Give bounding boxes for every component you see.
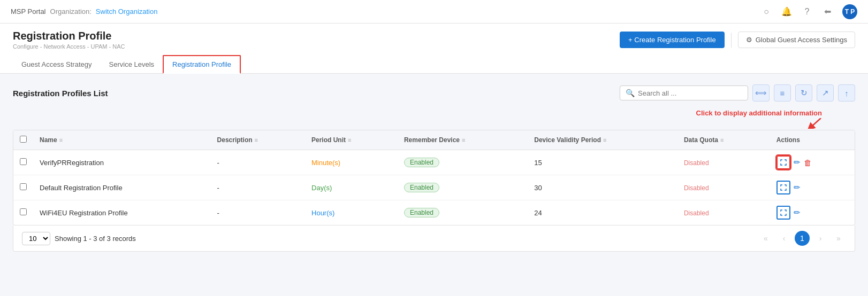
edit-button[interactable]: ✏ [794,183,801,192]
footer-left: 10 25 50 Showing 1 - 3 of 3 records [22,232,136,245]
header-divider [731,33,732,48]
row-remember-device: Enabled [398,200,528,225]
row-checkbox-1[interactable] [20,183,27,190]
row-data-quota: Disabled [677,200,770,225]
app-name: MSP Portal [11,7,46,15]
nav-left: MSP Portal Organization: Switch Organiza… [11,7,157,15]
tab-service-levels-label: Service Levels [109,60,155,68]
col-data-quota: Data Quota ≡ [677,130,770,150]
profiles-table: Name ≡ Description ≡ Period Unit ≡ [13,130,855,225]
row-name: Default Registration Profile [33,175,211,200]
col-period-unit-label: Period Unit [311,136,346,144]
row-checkbox-2[interactable] [20,208,27,215]
page-size-select[interactable]: 10 25 50 [22,232,50,245]
page-header-top: Registration Profile Configure - Network… [13,30,855,50]
edit-button[interactable]: ✏ [794,158,801,167]
tooltip-area: Click to display additional information [13,109,855,117]
col-remember-device: Remember Device ≡ [398,130,528,150]
search-input[interactable] [638,89,742,97]
row-name: VerifyPRRegistration [33,150,211,175]
row-device-validity: 15 [528,150,677,175]
delete-button[interactable]: 🗑 [804,158,812,167]
red-arrow-icon [805,118,826,129]
quota-sort-icon[interactable]: ≡ [720,137,724,143]
nav-right: ○ 🔔 ? ⬅ T P [761,4,857,19]
row-description: - [211,200,305,225]
col-period-unit: Period Unit ≡ [305,130,398,150]
showing-records: Showing 1 - 3 of 3 records [55,235,136,243]
row-data-quota: Disabled [677,175,770,200]
list-header: Registration Profiles List 🔍 ⟺ ≡ ↻ ↗ ↑ [13,84,855,102]
row-actions: ✏ 🗑 [770,150,855,175]
breadcrumb: Configure - Network Access - UPAM - NAC [13,43,125,50]
tab-registration-profile[interactable]: Registration Profile [163,55,241,74]
column-filter-button[interactable]: ≡ [774,84,791,102]
first-page-button[interactable]: « [758,231,773,246]
row-period-unit: Minute(s) [305,150,398,175]
col-remember-device-label: Remember Device [404,136,460,144]
validity-sort-icon[interactable]: ≡ [603,137,606,143]
row-period-unit: Hour(s) [305,200,398,225]
list-actions: 🔍 ⟺ ≡ ↻ ↗ ↑ [620,84,855,102]
tab-registration-profile-label: Registration Profile [172,60,231,68]
arrow-area [13,118,855,129]
search-box: 🔍 [620,85,748,100]
help-icon[interactable]: ? [802,6,812,17]
prev-page-button[interactable]: ‹ [776,231,791,246]
table-row: WiFi4EU Registration Profile - Hour(s) E… [13,200,855,225]
page-header: Registration Profile Configure - Network… [0,24,868,74]
tab-guest-access[interactable]: Guest Access Strategy [13,56,101,74]
bell-icon[interactable]: 🔔 [781,6,792,17]
header-actions: + Create Registration Profile ⚙ Global G… [620,32,855,48]
row-actions: ✏ [770,175,855,200]
col-description-label: Description [217,136,253,144]
row-checkbox-cell [13,175,33,200]
table-row: VerifyPRRegistration - Minute(s) Enabled… [13,150,855,175]
expand-detail-button[interactable] [776,181,790,194]
expand-detail-button[interactable] [776,206,790,220]
name-sort-icon[interactable]: ≡ [59,137,63,143]
tab-service-levels[interactable]: Service Levels [101,56,163,74]
refresh-button[interactable]: ↻ [795,84,812,102]
avatar[interactable]: T P [842,4,857,19]
global-guest-access-button[interactable]: ⚙ Global Guest Access Settings [738,32,855,48]
period-sort-icon[interactable]: ≡ [348,137,351,143]
col-device-validity: Device Validity Period ≡ [528,130,677,150]
col-name-label: Name [40,136,57,144]
circle-icon[interactable]: ○ [761,6,772,17]
col-description: Description ≡ [211,130,305,150]
row-checkbox-0[interactable] [20,158,27,165]
description-sort-icon[interactable]: ≡ [255,137,258,143]
expand-detail-button[interactable] [776,155,790,169]
svg-line-0 [810,118,821,128]
footer-right: « ‹ 1 › » [758,231,846,246]
col-actions-label: Actions [776,136,800,144]
edit-button[interactable]: ✏ [794,208,801,217]
row-period-unit: Day(s) [305,175,398,200]
row-device-validity: 30 [528,175,677,200]
table-row: Default Registration Profile - Day(s) En… [13,175,855,200]
remember-sort-icon[interactable]: ≡ [462,137,465,143]
table-footer: 10 25 50 Showing 1 - 3 of 3 records « ‹ … [13,225,855,252]
next-page-button[interactable]: › [813,231,828,246]
expand-columns-button[interactable]: ⟺ [752,84,770,102]
upload-button[interactable]: ↑ [838,84,855,102]
page-1-button[interactable]: 1 [795,231,810,246]
row-description: - [211,175,305,200]
back-icon[interactable]: ⬅ [822,6,833,17]
switch-org-link[interactable]: Switch Organization [96,7,158,15]
gear-icon: ⚙ [746,36,752,44]
org-label: Organization: [50,7,92,15]
col-actions: Actions [770,130,855,150]
table-header-row: Name ≡ Description ≡ Period Unit ≡ [13,130,855,150]
tooltip-text: Click to display additional information [696,109,822,117]
create-profile-button[interactable]: + Create Registration Profile [620,32,725,48]
tabs: Guest Access Strategy Service Levels Reg… [13,55,855,73]
row-description: - [211,150,305,175]
select-all-checkbox[interactable] [20,136,27,143]
main-content: Registration Profiles List 🔍 ⟺ ≡ ↻ ↗ ↑ C… [0,74,868,262]
last-page-button[interactable]: » [831,231,846,246]
search-icon: 🔍 [626,89,635,97]
export-button[interactable]: ↗ [817,84,834,102]
row-remember-device: Enabled [398,175,528,200]
